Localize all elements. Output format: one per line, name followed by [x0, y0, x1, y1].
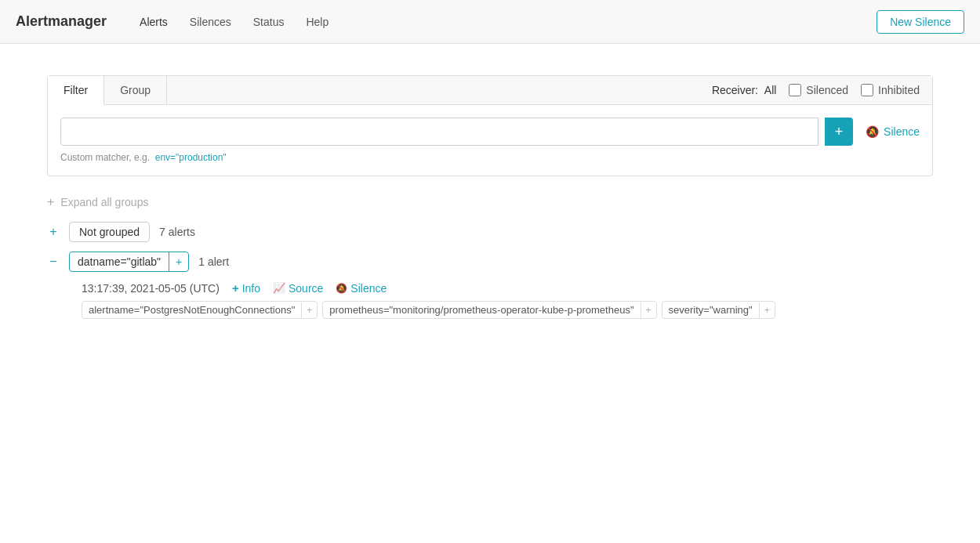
- alert-item: 13:17:39, 2021-05-05 (UTC) + Info 📈 Sour…: [82, 281, 933, 319]
- group-tag-datname-gitlab: datname="gitlab" +: [69, 252, 189, 272]
- nav-link-status[interactable]: Status: [244, 11, 294, 33]
- filter-add-button[interactable]: +: [825, 118, 853, 146]
- silenced-checkbox-group[interactable]: Silenced: [789, 84, 848, 96]
- alert-source-link[interactable]: 📈 Source: [273, 282, 323, 295]
- expand-all-label: Expand all groups: [60, 196, 148, 208]
- silenced-checkbox[interactable]: [789, 84, 801, 96]
- filter-input[interactable]: [60, 118, 818, 146]
- filter-silence-link[interactable]: 🔕 Silence: [866, 125, 920, 138]
- filter-box: Filter Group Receiver: All Silenced Inhi…: [47, 75, 933, 176]
- filter-right: Receiver: All Silenced Inhibited: [712, 76, 932, 104]
- nav-links: Alerts Silences Status Help: [130, 11, 877, 33]
- nav-link-silences[interactable]: Silences: [180, 11, 241, 33]
- info-label: Info: [242, 282, 260, 295]
- inhibited-label: Inhibited: [878, 84, 920, 96]
- tab-group[interactable]: Group: [104, 76, 167, 104]
- expand-all-groups[interactable]: + Expand all groups: [47, 195, 933, 209]
- silence-icon: 🔕: [866, 125, 879, 138]
- group-row-not-grouped: + Not grouped 7 alerts: [47, 222, 933, 242]
- alert-tag-prometheus: prometheus="monitoring/prometheus-operat…: [322, 301, 656, 319]
- silence-link-label: Silence: [884, 125, 920, 138]
- navbar-actions: New Silence: [877, 10, 964, 34]
- alert-timestamp-row: 13:17:39, 2021-05-05 (UTC) + Info 📈 Sour…: [82, 281, 933, 295]
- nav-link-help[interactable]: Help: [296, 11, 338, 33]
- alert-tags: alertname="PostgresNotEnoughConnections"…: [82, 301, 933, 319]
- info-icon: +: [232, 281, 239, 295]
- navbar: Alertmanager Alerts Silences Status Help…: [0, 0, 980, 44]
- group-label-not-grouped: Not grouped: [79, 226, 140, 238]
- receiver-value: All: [764, 84, 777, 96]
- group-tag-not-grouped: Not grouped: [69, 222, 150, 242]
- group-count-datname-gitlab: 1 alert: [198, 255, 229, 268]
- inhibited-checkbox-group[interactable]: Inhibited: [861, 84, 920, 96]
- group-count-not-grouped: 7 alerts: [159, 226, 195, 238]
- filter-hint: Custom matcher, e.g. env="production": [60, 152, 920, 163]
- alert-timestamp: 13:17:39, 2021-05-05 (UTC): [82, 282, 220, 295]
- source-label: Source: [289, 282, 323, 295]
- silence-action-icon: 🔕: [336, 283, 347, 294]
- app-brand: Alertmanager: [16, 13, 107, 30]
- alert-tag-prometheus-add[interactable]: +: [641, 302, 656, 318]
- group-toggle-not-grouped[interactable]: +: [47, 225, 60, 239]
- alert-tag-severity-value: severity="warning": [662, 302, 759, 318]
- group-tag-text-datname-gitlab: datname="gitlab": [70, 252, 169, 271]
- group-tag-plus-datname-gitlab[interactable]: +: [169, 252, 188, 271]
- alert-tag-severity-add[interactable]: +: [759, 302, 775, 318]
- filter-tabs: Filter Group Receiver: All Silenced Inhi…: [48, 76, 932, 105]
- alert-tag-prometheus-value: prometheus="monitoring/prometheus-operat…: [323, 302, 640, 318]
- alert-silence-link[interactable]: 🔕 Silence: [336, 282, 387, 295]
- alert-tag-alertname-add[interactable]: +: [301, 302, 317, 318]
- main-content: Filter Group Receiver: All Silenced Inhi…: [0, 44, 980, 360]
- filter-input-row: + 🔕 Silence: [60, 118, 920, 146]
- hint-example[interactable]: env="production": [155, 152, 227, 163]
- alert-tag-alertname: alertname="PostgresNotEnoughConnections"…: [82, 301, 318, 319]
- alert-tag-severity: severity="warning" +: [662, 301, 775, 319]
- inhibited-checkbox[interactable]: [861, 84, 873, 96]
- silenced-label: Silenced: [806, 84, 848, 96]
- alert-tag-alertname-value: alertname="PostgresNotEnoughConnections": [82, 302, 301, 318]
- hint-text: Custom matcher, e.g.: [60, 152, 150, 163]
- source-icon: 📈: [273, 282, 285, 294]
- silence-action-label: Silence: [350, 282, 387, 295]
- nav-link-alerts[interactable]: Alerts: [130, 11, 177, 33]
- filter-body: + 🔕 Silence Custom matcher, e.g. env="pr…: [48, 105, 932, 176]
- group-toggle-datname-gitlab[interactable]: −: [47, 255, 60, 269]
- receiver-label-text: Receiver:: [712, 84, 758, 96]
- expand-all-icon: +: [47, 195, 54, 209]
- alert-info-link[interactable]: + Info: [232, 281, 260, 295]
- tab-filter[interactable]: Filter: [48, 76, 104, 105]
- group-row-datname-gitlab: − datname="gitlab" + 1 alert: [47, 252, 933, 272]
- receiver-label: Receiver: All: [712, 84, 776, 96]
- new-silence-button[interactable]: New Silence: [877, 10, 964, 34]
